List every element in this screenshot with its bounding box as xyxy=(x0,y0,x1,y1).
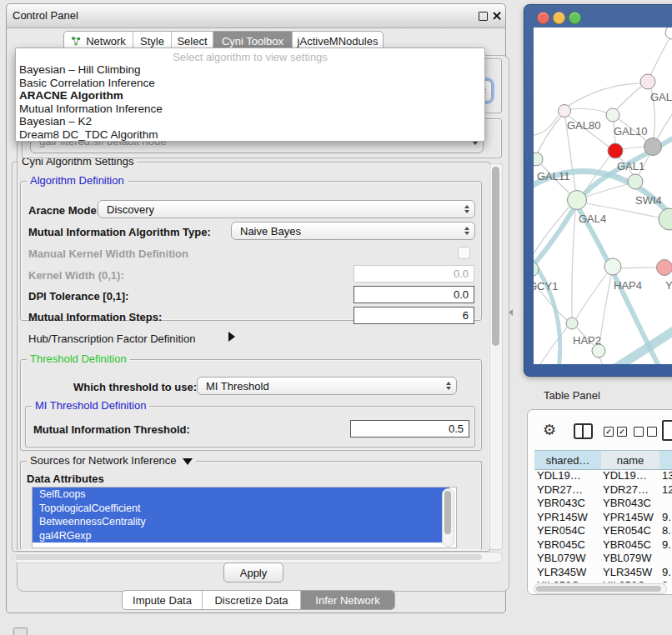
mi-threshold-label: Mutual Information Threshold: xyxy=(33,423,190,436)
tab-impute-data[interactable]: Impute Data xyxy=(123,591,202,609)
algorithm-option-mutual-information-inference[interactable]: Mutual Information Inference xyxy=(19,102,481,116)
zoom-light-icon[interactable] xyxy=(569,12,581,24)
column-header-shared[interactable]: shared… xyxy=(534,450,602,470)
network-node-gal11[interactable] xyxy=(534,152,543,166)
table-row[interactable]: YDL19…YDL19…13 xyxy=(534,469,672,483)
aracne-mode-combo[interactable]: Discovery xyxy=(98,200,475,218)
network-node-gal1[interactable] xyxy=(608,143,623,158)
network-node-gcy1[interactable] xyxy=(534,262,539,277)
table-row[interactable]: YIL052CYIL052C9 xyxy=(534,579,672,582)
network-node-pink-right[interactable] xyxy=(657,260,672,276)
attribute-item-betweennesscentrality[interactable]: BetweennessCentrality xyxy=(33,515,449,529)
select-all-checkbox-icon[interactable]: ✓ xyxy=(604,427,614,437)
network-edge[interactable] xyxy=(576,273,607,318)
network-node-unnamed-gray[interactable] xyxy=(644,138,662,156)
settings-vertical-scrollbar[interactable] xyxy=(489,163,503,550)
table-row[interactable]: YLR345WYLR345W9. xyxy=(534,566,672,580)
network-edge[interactable] xyxy=(538,117,561,152)
network-canvas[interactable]: GAL7GAL80GAL10GAL1GAL11SWI4GAL4GCY1HAP4Y… xyxy=(534,28,672,364)
attribute-item-selfloops[interactable]: SelfLoops xyxy=(33,488,449,502)
panel-divider-arrow-icon[interactable] xyxy=(509,309,513,316)
table-horizontal-scrollbar[interactable] xyxy=(534,583,667,594)
dpi-tolerance-field[interactable] xyxy=(354,286,474,303)
network-node-top-partial[interactable] xyxy=(665,28,672,39)
attribute-item-topologicalcoefficient[interactable]: TopologicalCoefficient xyxy=(33,502,449,516)
table-row[interactable]: YPR145WYPR145W9. xyxy=(534,511,672,525)
attribute-item-gal4rgexp[interactable]: gal4RGexp xyxy=(33,529,449,543)
table-cell: YDL19… xyxy=(537,469,581,482)
manual-kernel-checkbox[interactable] xyxy=(458,247,470,259)
close-light-icon[interactable] xyxy=(537,12,549,24)
table-horizontal-scrollbar-thumb[interactable] xyxy=(536,586,661,592)
network-node-gal7[interactable] xyxy=(640,74,655,89)
table-cell: YDR27… xyxy=(537,483,583,496)
gear-icon[interactable]: ⚙ xyxy=(543,421,556,439)
table-row[interactable]: YBL079WYBL079W xyxy=(534,552,672,566)
column-header-name[interactable]: name xyxy=(601,450,660,470)
table-cell: 13 xyxy=(662,469,672,482)
node-table[interactable]: YDL19…YDL19…13YDR27…YDR27…12YBR043CYBR04… xyxy=(534,469,672,582)
network-node-gal80[interactable] xyxy=(559,105,571,118)
column-header-col3[interactable] xyxy=(659,450,672,470)
collapsed-panel-icon[interactable] xyxy=(13,628,28,635)
algorithm-option-aracne-algorithm[interactable]: ARACNE Algorithm xyxy=(19,89,481,102)
settings-horizontal-scrollbar-thumb[interactable] xyxy=(15,554,482,560)
algorithm-option-dream8-dc-tdc-algorithm[interactable]: Dream8 DC_TDC Algorithm xyxy=(19,128,481,142)
hub-section-label[interactable]: Hub/Transcription Factor Definition xyxy=(28,332,195,345)
deselect-all-checkbox2-icon[interactable] xyxy=(647,427,657,437)
algorithm-option-bayesian-hill-climbing[interactable]: Bayesian – Hill Climbing xyxy=(19,63,481,77)
sources-collapse-arrow-icon[interactable] xyxy=(183,458,193,465)
mi-threshold-field[interactable] xyxy=(350,420,469,438)
data-attributes-list[interactable]: SelfLoopsTopologicalCoefficientBetweenne… xyxy=(32,487,457,548)
apply-button[interactable]: Apply xyxy=(223,562,283,582)
network-edge[interactable] xyxy=(650,38,669,76)
network-node-swi4[interactable] xyxy=(628,174,643,189)
network-edge[interactable] xyxy=(617,86,642,109)
mi-steps-field[interactable] xyxy=(354,307,474,324)
settings-vertical-scrollbar-thumb[interactable] xyxy=(492,167,499,346)
hub-expand-arrow-icon[interactable] xyxy=(228,332,235,342)
deselect-all-checkbox-icon[interactable] xyxy=(634,427,644,437)
minimize-light-icon[interactable] xyxy=(553,12,565,24)
table-row[interactable]: YER054CYER054C8. xyxy=(534,524,672,538)
network-edge[interactable] xyxy=(570,109,606,113)
algorithm-option-basic-correlation-inference[interactable]: Basic Correlation Inference xyxy=(19,77,481,90)
table-row[interactable]: YBR045CYBR045C9. xyxy=(534,538,672,552)
network-tab-icon xyxy=(71,36,82,47)
tab-infer-network[interactable]: Infer Network xyxy=(300,591,394,609)
algorithm-option-bayesian-k2[interactable]: Bayesian – K2 xyxy=(19,115,481,128)
table-row[interactable]: YBR043CYBR043C xyxy=(534,497,672,511)
network-edge[interactable] xyxy=(657,109,672,139)
kernel-width-field[interactable] xyxy=(354,265,474,282)
network-node-gal4[interactable] xyxy=(568,191,587,210)
network-node-gal10[interactable] xyxy=(606,108,619,122)
which-threshold-combo[interactable]: MI Threshold xyxy=(197,377,457,395)
attributes-scrollbar-thumb[interactable] xyxy=(444,491,451,534)
table-cell: 12 xyxy=(662,483,672,496)
network-edge[interactable] xyxy=(599,358,604,364)
network-edge[interactable] xyxy=(540,328,567,364)
table-function-icon[interactable] xyxy=(662,420,672,441)
network-edge[interactable] xyxy=(572,210,575,318)
network-node-hap2[interactable] xyxy=(566,318,578,329)
network-edge[interactable] xyxy=(623,147,644,149)
tab-discretize-data[interactable]: Discretize Data xyxy=(202,591,300,609)
network-node-big-right[interactable] xyxy=(659,208,672,230)
select-all-checkbox2-icon[interactable]: ✓ xyxy=(617,427,627,437)
float-window-icon[interactable] xyxy=(479,12,488,21)
network-node-hap4[interactable] xyxy=(604,258,621,275)
mi-algorithm-type-combo[interactable]: Naive Bayes xyxy=(231,222,475,240)
table-row[interactable]: YDR27…YDR27…12 xyxy=(534,483,672,498)
node-label-hap4: HAP4 xyxy=(614,279,642,292)
threshold-definition-title: Threshold Definition xyxy=(27,352,130,365)
network-graph[interactable]: GAL7GAL80GAL10GAL1GAL11SWI4GAL4GCY1HAP4Y… xyxy=(534,28,672,364)
close-window-icon[interactable] xyxy=(492,11,502,21)
network-edge[interactable] xyxy=(621,268,656,268)
control-panel-titlebar[interactable]: Control Panel xyxy=(7,4,505,28)
mi-threshold-group-title: MI Threshold Definition xyxy=(32,399,149,412)
network-edge[interactable] xyxy=(567,83,641,107)
show-columns-icon[interactable] xyxy=(574,423,593,439)
attributes-scrollbar[interactable] xyxy=(442,488,454,547)
settings-horizontal-scrollbar[interactable] xyxy=(13,552,503,563)
network-edge[interactable] xyxy=(599,275,611,343)
